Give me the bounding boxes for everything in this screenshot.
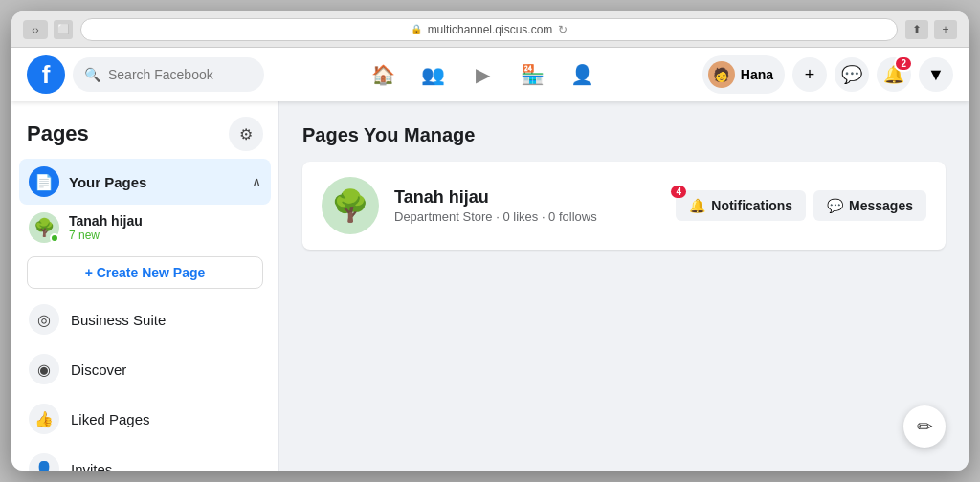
page-thumbnail: 🌳 (29, 212, 59, 243)
sidebar-title: Pages (27, 121, 89, 146)
back-button[interactable]: ‹› (23, 20, 48, 39)
browser-chrome: ‹› ⬜ 🔒 multichannel.qiscus.com ↻ ⬆ + (11, 11, 969, 48)
new-tab-button[interactable]: + (934, 20, 957, 39)
your-pages-section: 📄 Your Pages ∧ 🌳 Tanah hijau 7 new (19, 159, 271, 289)
messages-icon: 💬 (827, 198, 843, 213)
share-button[interactable]: ⬆ (905, 20, 928, 39)
sidebar: Pages ⚙ 📄 Your Pages ∧ (11, 101, 279, 471)
facebook-app: f 🔍 🏠 👥 ▶ 🏪 👤 🧑 Hana + (11, 48, 969, 471)
your-pages-toggle[interactable]: 📄 Your Pages ∧ (19, 159, 271, 205)
sidebar-item-discover[interactable]: ◉ Discover (19, 344, 271, 394)
sidebar-item-label: Liked Pages (71, 411, 150, 427)
page-card-thumbnail: 🌳 (322, 177, 379, 234)
friends-nav-button[interactable]: 👥 (411, 55, 457, 94)
lock-icon: 🔒 (411, 24, 422, 34)
url-text: multichannel.qiscus.com (428, 23, 553, 36)
notifications-button[interactable]: 🔔 2 (877, 57, 911, 92)
liked-pages-icon: 👍 (29, 404, 59, 434)
main-content-area: Pages ⚙ 📄 Your Pages ∧ (11, 101, 969, 471)
right-navigation: 🧑 Hana + 💬 🔔 2 ▼ (702, 55, 953, 94)
settings-gear-button[interactable]: ⚙ (229, 117, 263, 151)
search-icon: 🔍 (84, 67, 100, 82)
gear-icon: ⚙ (239, 125, 253, 143)
groups-nav-button[interactable]: 👤 (560, 55, 606, 94)
home-nav-button[interactable]: 🏠 (361, 55, 407, 94)
menu-button[interactable]: ▼ (919, 57, 953, 92)
center-navigation: 🏠 👥 ▶ 🏪 👤 (264, 55, 702, 94)
chevron-up-icon: ∧ (252, 174, 261, 189)
online-indicator (50, 233, 59, 243)
user-profile-button[interactable]: 🧑 Hana (702, 55, 785, 94)
page-card-actions: 4 🔔 Notifications 💬 Messages (676, 190, 926, 221)
browser-nav-controls: ‹› ⬜ (23, 20, 73, 39)
create-new-page-button[interactable]: + Create New Page (27, 256, 263, 289)
top-navigation: f 🔍 🏠 👥 ▶ 🏪 👤 🧑 Hana + (11, 48, 969, 101)
page-card-name: Tanah hijau (394, 187, 676, 208)
sidebar-item-invites[interactable]: 👤 Invites (19, 444, 271, 471)
your-pages-icon: 📄 (29, 166, 59, 197)
page-card: 🌳 Tanah hijau Department Store · 0 likes… (302, 162, 946, 250)
notifications-badge: 4 (671, 186, 686, 198)
page-name: Tanah hijau (69, 213, 143, 229)
sidebar-item-label: Invites (71, 461, 112, 471)
compose-icon: ✏ (917, 415, 933, 438)
messenger-button[interactable]: 💬 (835, 57, 869, 92)
page-content: Pages You Manage 🌳 Tanah hijau Departmen… (279, 101, 969, 471)
sidebar-item-label: Business Suite (71, 312, 166, 328)
compose-fab-button[interactable]: ✏ (903, 405, 946, 448)
watch-nav-button[interactable]: ▶ (460, 55, 506, 94)
tab-button[interactable]: ⬜ (54, 20, 73, 39)
marketplace-nav-button[interactable]: 🏪 (510, 55, 556, 94)
address-bar[interactable]: 🔒 multichannel.qiscus.com ↻ (80, 18, 898, 41)
add-button[interactable]: + (792, 57, 827, 92)
user-name: Hana (741, 67, 773, 82)
page-card-meta: Department Store · 0 likes · 0 follows (394, 209, 676, 224)
messages-button-card[interactable]: 💬 Messages (813, 190, 926, 221)
messenger-icon: 💬 (841, 64, 862, 85)
search-input[interactable] (108, 67, 253, 82)
chevron-down-icon: ▼ (927, 65, 945, 85)
discover-icon: ◉ (29, 354, 59, 384)
facebook-logo: f (27, 55, 65, 94)
search-box[interactable]: 🔍 (73, 57, 264, 92)
sidebar-item-liked-pages[interactable]: 👍 Liked Pages (19, 394, 271, 444)
notification-badge: 2 (894, 55, 913, 72)
reload-icon: ↻ (558, 23, 568, 36)
invites-icon: 👤 (29, 453, 59, 471)
content-wrapper: Pages You Manage 🌳 Tanah hijau Departmen… (279, 101, 969, 471)
page-new-count: 7 new (69, 229, 143, 242)
tanah-hijau-page-item[interactable]: 🌳 Tanah hijau 7 new (19, 205, 271, 251)
sidebar-item-label: Discover (71, 362, 126, 378)
notifications-button-card[interactable]: 4 🔔 Notifications (676, 190, 806, 221)
avatar: 🧑 (708, 61, 735, 88)
your-pages-label: Your Pages (69, 174, 146, 190)
bell-icon: 🔔 (689, 198, 705, 213)
business-suite-icon: ◎ (29, 304, 59, 335)
sidebar-header: Pages ⚙ (19, 113, 271, 159)
browser-action-buttons: ⬆ + (905, 20, 957, 39)
content-title: Pages You Manage (302, 124, 946, 146)
sidebar-item-business-suite[interactable]: ◎ Business Suite (19, 295, 271, 344)
